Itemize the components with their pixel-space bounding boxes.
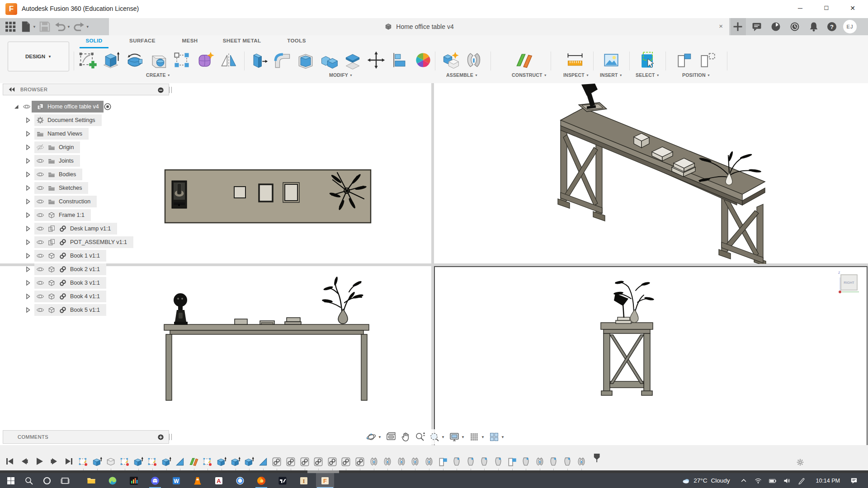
- timeline-op-sketch[interactable]: [119, 456, 130, 467]
- go-to-end-button[interactable]: [64, 456, 74, 466]
- comments-bar[interactable]: COMMENTS: [3, 430, 169, 444]
- browser-row-home-office-table-v4[interactable]: Home office table v4: [3, 100, 171, 113]
- taskbar-edge[interactable]: [104, 473, 122, 488]
- select-window-button[interactable]: [636, 50, 659, 70]
- taskbar-clock[interactable]: 10:14 PM: [816, 478, 840, 484]
- browser-row-book-5-v1-1[interactable]: Book 5 v1:1: [3, 303, 171, 317]
- taskbar-start[interactable]: [2, 473, 20, 488]
- viewports-dropdown[interactable]: ▼: [501, 435, 505, 439]
- ribbon-tab-sheet-metal[interactable]: SHEET METAL: [223, 38, 261, 43]
- browser-row-document-settings[interactable]: Document Settings: [3, 113, 171, 127]
- job-status-icon[interactable]: [770, 21, 782, 33]
- history-clock-icon[interactable]: [789, 21, 801, 33]
- timeline-op-link[interactable]: [285, 456, 296, 467]
- browser-row-book-1-v1-1[interactable]: Book 1 v1:1: [3, 249, 171, 263]
- timeline-op-extrude[interactable]: [216, 456, 227, 467]
- taskbar-photos[interactable]: [231, 473, 249, 488]
- ribbon-tab-tools[interactable]: TOOLS: [287, 38, 306, 43]
- timeline-op-joint[interactable]: [396, 456, 407, 467]
- revert-position-button[interactable]: [696, 50, 720, 70]
- expand-caret-icon[interactable]: [24, 197, 32, 206]
- step-back-button[interactable]: [19, 456, 29, 466]
- timeline-op-extrude[interactable]: [230, 456, 241, 467]
- timeline-op-sketch[interactable]: [147, 456, 158, 467]
- fillet-button[interactable]: [270, 50, 294, 70]
- ribbon-group-label[interactable]: INSERT ▼: [599, 72, 623, 78]
- ribbon-group-label[interactable]: CONSTRUCT ▼: [512, 72, 535, 78]
- taskbar-fusion-360[interactable]: F: [316, 473, 334, 488]
- offset-face-button[interactable]: [341, 50, 364, 70]
- model-viewport[interactable]: BROWSER Home office table v4Document Set…: [0, 83, 868, 445]
- visibility-eye-icon[interactable]: [36, 252, 44, 260]
- go-to-start-button[interactable]: [5, 456, 14, 466]
- visibility-eye-icon[interactable]: [36, 211, 44, 219]
- timeline-op-mirror[interactable]: [258, 456, 269, 467]
- orbit-tool-icon[interactable]: [364, 430, 378, 444]
- browser-row-pot-assembly-v1-1[interactable]: POT_ASSEMBLY v1:1: [3, 235, 171, 249]
- taskbar-file-explorer[interactable]: [82, 473, 100, 488]
- timeline-op-joint[interactable]: [410, 456, 420, 467]
- visibility-eye-icon[interactable]: [36, 225, 44, 233]
- timeline-playhead[interactable]: [593, 453, 602, 462]
- timeline-op-rigid[interactable]: [479, 456, 490, 467]
- timeline-op-rigid[interactable]: [548, 456, 559, 467]
- taskbar-vlc[interactable]: [189, 473, 207, 488]
- notifications-bell-icon[interactable]: [808, 21, 820, 33]
- ribbon-tab-surface[interactable]: SURFACE: [129, 38, 156, 43]
- press-pull-button[interactable]: [247, 50, 270, 70]
- browser-row-construction[interactable]: Construction: [3, 195, 171, 208]
- help-icon[interactable]: ?: [826, 21, 838, 33]
- timeline-op-sketch[interactable]: [78, 456, 89, 467]
- timeline-op-flag[interactable]: [438, 456, 448, 467]
- combine-button[interactable]: [317, 50, 341, 70]
- expand-caret-icon[interactable]: [24, 292, 32, 300]
- step-forward-button[interactable]: [49, 456, 59, 466]
- visibility-eye-icon[interactable]: [36, 197, 44, 206]
- minimize-button[interactable]: ─: [789, 0, 811, 16]
- chevron-up-icon[interactable]: [740, 477, 748, 485]
- visibility-eye-icon[interactable]: [23, 103, 31, 111]
- timeline-op-flag[interactable]: [507, 456, 518, 467]
- grid-settings-tool-icon[interactable]: [467, 430, 481, 444]
- ribbon-tab-solid[interactable]: SOLID: [85, 38, 102, 43]
- panel-grip[interactable]: [169, 87, 172, 93]
- visibility-eye-icon[interactable]: [36, 184, 44, 192]
- view-cube[interactable]: RIGHT Z: [836, 271, 863, 296]
- timeline-op-rigid[interactable]: [520, 456, 531, 467]
- expand-caret-icon[interactable]: [24, 116, 32, 124]
- timeline-op-plane[interactable]: [189, 456, 199, 467]
- browser-row-book-4-v1-1[interactable]: Book 4 v1:1: [3, 290, 171, 303]
- mirror-button[interactable]: [217, 50, 241, 70]
- visibility-eye-icon[interactable]: [36, 306, 44, 314]
- design-menu-button[interactable]: DESIGN▼: [8, 42, 69, 71]
- panel-options-icon[interactable]: [157, 87, 164, 94]
- close-button[interactable]: ✕: [841, 0, 864, 16]
- expand-caret-icon[interactable]: [24, 306, 32, 314]
- display-settings-tool-icon[interactable]: [448, 430, 461, 444]
- taskbar-search[interactable]: [20, 473, 38, 488]
- hole-button[interactable]: [146, 50, 170, 70]
- taskbar-discord[interactable]: [146, 473, 164, 488]
- timeline-op-rigid[interactable]: [562, 456, 573, 467]
- timeline-op-mirror[interactable]: [175, 456, 185, 467]
- timeline-op-joint[interactable]: [576, 456, 587, 467]
- visibility-eye-icon[interactable]: [36, 265, 44, 273]
- volume-icon[interactable]: [783, 477, 791, 485]
- expand-caret-icon[interactable]: [24, 225, 32, 233]
- construction-plane-button[interactable]: [512, 50, 535, 70]
- insert-canvas-button[interactable]: [599, 50, 623, 70]
- taskbar-equalizer-app[interactable]: [125, 473, 143, 488]
- expand-caret-icon[interactable]: [24, 211, 32, 219]
- timeline-op-rigid[interactable]: [465, 456, 476, 467]
- panel-grip[interactable]: [169, 434, 172, 440]
- comments-bubble-icon[interactable]: [751, 21, 763, 33]
- timeline-settings-gear-icon[interactable]: [796, 458, 805, 467]
- timeline-op-sketch[interactable]: [202, 456, 213, 467]
- browser-row-bodies[interactable]: Bodies: [3, 168, 171, 181]
- expand-caret-icon[interactable]: [24, 130, 32, 138]
- maximize-button[interactable]: ☐: [815, 0, 838, 16]
- grid-settings-dropdown[interactable]: ▼: [481, 435, 486, 439]
- taskbar-inventor[interactable]: I: [295, 473, 313, 488]
- browser-row-book-2-v1-1[interactable]: Book 2 v1:1: [3, 263, 171, 276]
- browser-row-desk-lamp-v1-1[interactable]: Desk Lamp v1:1: [3, 222, 171, 235]
